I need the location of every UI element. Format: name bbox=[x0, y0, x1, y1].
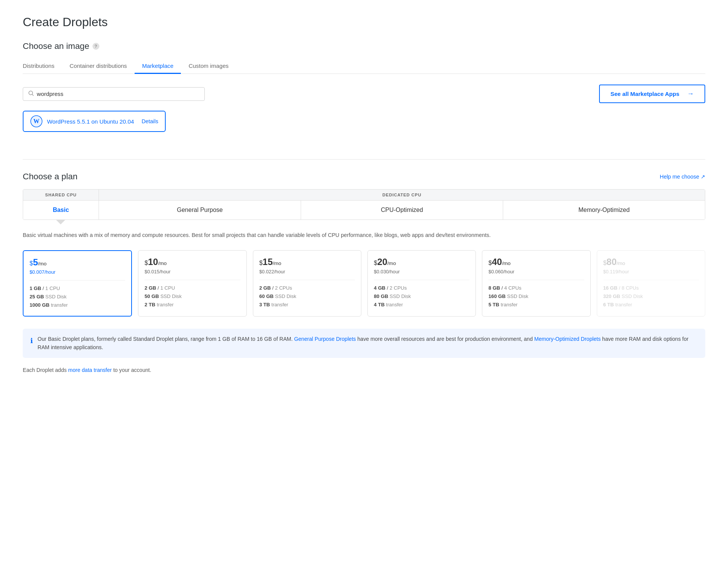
price-display-15: $15/mo bbox=[259, 257, 355, 267]
search-input[interactable] bbox=[37, 91, 199, 97]
spec-disk-15: 60 GB SSD Disk bbox=[259, 292, 355, 301]
memory-optimized-droplets-link[interactable]: Memory-Optimized Droplets bbox=[534, 336, 601, 342]
spec-ram-cpu-5: 1 GB / 1 CPU bbox=[30, 284, 125, 293]
tab-marketplace[interactable]: Marketplace bbox=[135, 59, 181, 74]
image-section: Choose an image ? Distributions Containe… bbox=[23, 41, 705, 147]
price-hour-5: $0.007/hour bbox=[30, 269, 125, 275]
pricing-card-80: $80/mo $0.119/hour 16 GB / 8 CPUs 320 GB… bbox=[597, 250, 705, 317]
plan-tab-indicator bbox=[23, 220, 705, 224]
spec-transfer-20: 4 TB transfer bbox=[374, 301, 469, 309]
help-me-choose-label: Help me choose bbox=[660, 174, 699, 180]
transfer-note-prefix: Each Droplet adds bbox=[23, 367, 67, 373]
plan-section: Choose a plan Help me choose ↗ SHARED CP… bbox=[23, 172, 705, 373]
page-title: Create Droplets bbox=[23, 15, 705, 29]
search-box bbox=[23, 87, 205, 101]
spec-disk-20: 80 GB SSD Disk bbox=[374, 292, 469, 301]
section-divider-1 bbox=[23, 159, 705, 160]
transfer-note-suffix: to your account. bbox=[113, 367, 151, 373]
plan-options-row: Basic General Purpose CPU-Optimized Memo… bbox=[23, 201, 705, 220]
tab-container-distributions[interactable]: Container distributions bbox=[62, 59, 135, 74]
info-text: Our Basic Droplet plans, formerly called… bbox=[38, 335, 698, 352]
spec-disk-5: 25 GB SSD Disk bbox=[30, 293, 125, 301]
shared-cpu-label: SHARED CPU bbox=[23, 190, 99, 200]
image-tabs: Distributions Container distributions Ma… bbox=[23, 59, 705, 74]
general-purpose-droplets-link[interactable]: General Purpose Droplets bbox=[294, 336, 356, 342]
spec-disk-10: 50 GB SSD Disk bbox=[144, 292, 240, 301]
see-all-label: See all Marketplace Apps bbox=[610, 91, 679, 97]
plan-tab-general-purpose[interactable]: General Purpose bbox=[99, 201, 301, 220]
info-box: ℹ Our Basic Droplet plans, formerly call… bbox=[23, 329, 705, 358]
see-all-marketplace-button[interactable]: See all Marketplace Apps → bbox=[599, 85, 705, 103]
search-icon bbox=[28, 91, 34, 97]
pricing-card-15[interactable]: $15/mo $0.022/hour 2 GB / 2 CPUs 60 GB S… bbox=[253, 250, 361, 317]
svg-text:W: W bbox=[33, 118, 39, 124]
spec-transfer-40: 5 TB transfer bbox=[488, 301, 584, 309]
price-display-10: $10/mo bbox=[144, 257, 240, 267]
spec-transfer-15: 3 TB transfer bbox=[259, 301, 355, 309]
transfer-note: Each Droplet adds more data transfer to … bbox=[23, 367, 705, 373]
plan-tab-memory-optimized[interactable]: Memory-Optimized bbox=[503, 201, 705, 220]
spec-ram-cpu-80: 16 GB / 8 CPUs bbox=[603, 284, 699, 292]
pricing-cards-container: $5/mo $0.007/hour 1 GB / 1 CPU 25 GB SSD… bbox=[23, 250, 705, 317]
svg-line-1 bbox=[32, 94, 33, 96]
plan-type-tabs: SHARED CPU DEDICATED CPU Basic General P… bbox=[23, 189, 705, 220]
image-help-icon[interactable]: ? bbox=[93, 43, 99, 50]
plan-tab-cpu-optimized[interactable]: CPU-Optimized bbox=[301, 201, 503, 220]
choose-image-title: Choose an image bbox=[23, 41, 89, 51]
spec-transfer-10: 2 TB transfer bbox=[144, 301, 240, 309]
price-hour-20: $0.030/hour bbox=[374, 269, 469, 274]
price-hour-10: $0.015/hour bbox=[144, 269, 240, 274]
wordpress-details-link[interactable]: Details bbox=[141, 118, 158, 124]
plan-section-header: Choose a plan Help me choose ↗ bbox=[23, 172, 705, 182]
pricing-card-40[interactable]: $40/mo $0.060/hour 8 GB / 4 CPUs 160 GB … bbox=[482, 250, 590, 317]
info-text-middle: have more overall resources and are best… bbox=[358, 336, 533, 342]
arrow-right-icon: → bbox=[687, 90, 694, 98]
price-number-5: 5 bbox=[33, 257, 38, 267]
more-data-transfer-link[interactable]: more data transfer bbox=[68, 367, 112, 373]
spec-disk-40: 160 GB SSD Disk bbox=[488, 292, 584, 301]
wordpress-logo-icon: W bbox=[30, 115, 42, 127]
dedicated-cpu-label: DEDICATED CPU bbox=[99, 190, 705, 200]
pricing-card-10[interactable]: $10/mo $0.015/hour 2 GB / 1 CPU 50 GB SS… bbox=[138, 250, 246, 317]
price-display-40: $40/mo bbox=[488, 257, 584, 267]
price-hour-80: $0.119/hour bbox=[603, 269, 699, 274]
info-icon: ℹ bbox=[30, 336, 33, 346]
price-unit-5: /mo bbox=[38, 261, 47, 267]
pricing-card-5[interactable]: $5/mo $0.007/hour 1 GB / 1 CPU 25 GB SSD… bbox=[23, 250, 132, 317]
price-display-80: $80/mo bbox=[603, 257, 699, 267]
spec-disk-80: 320 GB SSD Disk bbox=[603, 292, 699, 301]
price-display-20: $20/mo bbox=[374, 257, 469, 267]
external-link-icon: ↗ bbox=[701, 174, 705, 180]
spec-ram-cpu-15: 2 GB / 2 CPUs bbox=[259, 284, 355, 292]
plan-description: Basic virtual machines with a mix of mem… bbox=[23, 231, 705, 240]
tab-arrow-indicator bbox=[56, 220, 65, 224]
card-divider-5 bbox=[30, 280, 125, 281]
price-hour-40: $0.060/hour bbox=[488, 269, 584, 274]
price-hour-15: $0.022/hour bbox=[259, 269, 355, 274]
help-me-choose-link[interactable]: Help me choose ↗ bbox=[660, 174, 705, 180]
choose-plan-title: Choose a plan bbox=[23, 172, 77, 182]
wordpress-result-card[interactable]: W WordPress 5.5.1 on Ubuntu 20.04 Detail… bbox=[23, 111, 166, 132]
info-text-prefix: Our Basic Droplet plans, formerly called… bbox=[38, 336, 293, 342]
wordpress-app-name: WordPress 5.5.1 on Ubuntu 20.04 bbox=[47, 118, 134, 125]
spec-ram-cpu-40: 8 GB / 4 CPUs bbox=[488, 284, 584, 292]
spec-ram-cpu-20: 4 GB / 2 CPUs bbox=[374, 284, 469, 292]
spec-transfer-80: 6 TB transfer bbox=[603, 301, 699, 309]
price-dollar-5: $ bbox=[30, 260, 33, 267]
tab-custom-images[interactable]: Custom images bbox=[181, 59, 236, 74]
search-row: See all Marketplace Apps → bbox=[23, 85, 705, 103]
plan-tab-basic[interactable]: Basic bbox=[23, 201, 99, 220]
tab-distributions[interactable]: Distributions bbox=[23, 59, 62, 74]
spec-transfer-5: 1000 GB transfer bbox=[30, 301, 125, 309]
spec-ram-cpu-10: 2 GB / 1 CPU bbox=[144, 284, 240, 292]
price-display-5: $5/mo bbox=[30, 257, 125, 268]
pricing-card-20[interactable]: $20/mo $0.030/hour 4 GB / 2 CPUs 80 GB S… bbox=[367, 250, 476, 317]
